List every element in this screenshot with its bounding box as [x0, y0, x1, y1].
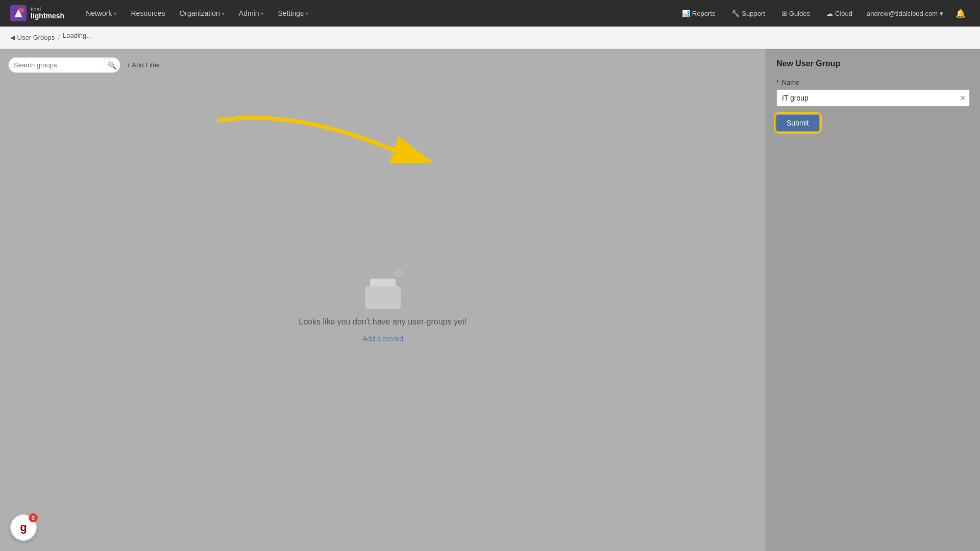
nav-right: 📊 Reports 🔧 Support ⊞ Guides ☁ Cloud and… — [676, 6, 970, 21]
bell-icon[interactable]: 🔔 — [951, 6, 970, 21]
right-panel-title: New User Group — [776, 59, 970, 68]
bar-chart-icon: 📊 — [682, 10, 690, 17]
nav-items: Network ▾ Resources Organization ▾ Admin… — [80, 6, 676, 20]
chevron-down-icon: ▾ — [306, 11, 308, 16]
chevron-down-icon: ▾ — [222, 11, 225, 16]
nav-user[interactable]: andrew@tidalcloud.com ▾ — [863, 7, 947, 20]
logo-icon — [10, 5, 27, 21]
name-input-wrapper: ✕ — [776, 89, 970, 107]
main-layout: 🔍 + Add Filter Looks like you don't have… — [0, 49, 980, 551]
nav-support[interactable]: 🔧 Support — [725, 7, 771, 20]
svg-point-2 — [19, 8, 24, 13]
wrench-icon: 🔧 — [731, 10, 740, 17]
name-form-group: * Name ✕ — [776, 79, 970, 107]
empty-illustration — [357, 268, 408, 309]
nav-guides[interactable]: ⊞ Guides — [775, 7, 816, 20]
nav-organization[interactable]: Organization ▾ — [173, 6, 230, 20]
add-record-link[interactable]: Add a record — [362, 335, 403, 343]
search-filter-row: 🔍 + Add Filter — [8, 57, 757, 73]
badge-count: 3 — [29, 513, 38, 522]
navbar: tidal lightmesh Network ▾ Resources Orga… — [0, 0, 980, 27]
search-icon[interactable]: 🔍 — [108, 61, 116, 69]
logo-text: tidal lightmesh — [31, 6, 64, 20]
left-panel: 🔍 + Add Filter Looks like you don't have… — [0, 49, 766, 551]
printer-dot — [394, 268, 403, 278]
nav-cloud[interactable]: ☁ Cloud — [820, 7, 859, 20]
search-input[interactable] — [8, 57, 120, 73]
breadcrumb-back[interactable]: ◀ User Groups — [10, 34, 55, 41]
chevron-down-icon: ▾ — [114, 11, 116, 16]
name-label: * Name — [776, 79, 970, 86]
add-filter-button[interactable]: + Add Filter — [127, 61, 160, 69]
breadcrumb-separator: / — [58, 34, 60, 41]
nav-admin[interactable]: Admin ▾ — [233, 6, 270, 20]
clear-icon[interactable]: ✕ — [960, 94, 966, 102]
chevron-down-icon: ▾ — [261, 11, 263, 16]
grid-icon: ⊞ — [781, 10, 787, 17]
cloud-icon: ☁ — [826, 10, 833, 17]
empty-message: Looks like you don't have any user-group… — [299, 317, 467, 327]
avatar-badge[interactable]: g 3 — [10, 514, 37, 541]
nav-settings[interactable]: Settings ▾ — [272, 6, 314, 20]
chevron-down-icon: ▾ — [940, 10, 943, 17]
submit-button[interactable]: Submit — [776, 115, 819, 131]
right-panel: New User Group * Name ✕ Submit — [766, 49, 980, 551]
nav-resources[interactable]: Resources — [125, 6, 171, 20]
nav-network[interactable]: Network ▾ — [80, 6, 122, 20]
nav-reports[interactable]: 📊 Reports — [676, 7, 722, 20]
search-wrapper: 🔍 — [8, 57, 120, 73]
logo[interactable]: tidal lightmesh — [10, 5, 64, 21]
empty-state: Looks like you don't have any user-group… — [8, 83, 757, 528]
name-input[interactable] — [776, 89, 970, 107]
avatar-letter: g — [20, 521, 27, 534]
loading-text: Loading... — [63, 32, 92, 39]
breadcrumb-bar: ◀ User Groups / Loading... — [0, 27, 980, 49]
printer-body — [365, 286, 401, 309]
